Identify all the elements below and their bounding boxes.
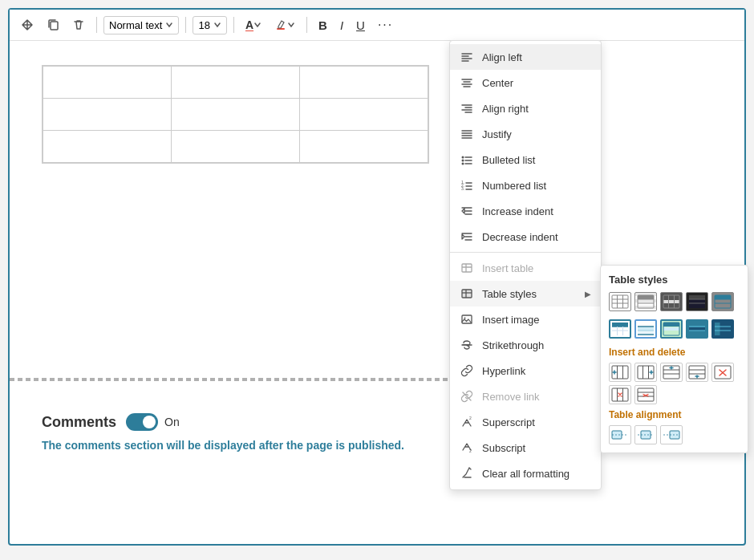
table-style-btn-2[interactable] bbox=[634, 292, 657, 311]
justify-label: Justify bbox=[482, 128, 591, 140]
font-style-dropdown[interactable]: Normal text bbox=[103, 16, 179, 34]
numbered-list-icon: 1.2.3. bbox=[460, 178, 474, 193]
menu-item-increase-indent[interactable]: Increase indent bbox=[450, 198, 601, 224]
center-label: Center bbox=[482, 77, 591, 89]
table-cell[interactable] bbox=[43, 131, 172, 163]
menu-item-table-styles[interactable]: Table styles ▶ bbox=[450, 281, 601, 306]
table-style-btn-5[interactable] bbox=[711, 292, 734, 311]
menu-item-bulleted-list[interactable]: Bulleted list bbox=[450, 147, 601, 172]
delete-row-btn[interactable] bbox=[634, 385, 657, 404]
table-cell[interactable] bbox=[300, 131, 428, 163]
justify-icon bbox=[460, 127, 474, 141]
italic-icon: I bbox=[340, 18, 343, 32]
subscript-icon: 2 bbox=[460, 440, 474, 455]
bullet-list-icon bbox=[460, 152, 474, 167]
move-button[interactable] bbox=[16, 15, 39, 34]
insert-col-left-btn[interactable] bbox=[609, 363, 631, 382]
strikethrough-icon bbox=[460, 338, 474, 352]
menu-item-hyperlink[interactable]: Hyperlink bbox=[450, 358, 601, 383]
svg-rect-72 bbox=[638, 388, 654, 401]
center-icon bbox=[460, 75, 474, 90]
table-cell[interactable] bbox=[172, 99, 300, 131]
comments-label: Comments bbox=[42, 414, 116, 431]
bulleted-list-label: Bulleted list bbox=[482, 154, 591, 166]
table-style-btn-8[interactable] bbox=[660, 319, 683, 339]
hyperlink-icon bbox=[460, 363, 474, 378]
delete-table-btn[interactable] bbox=[711, 363, 734, 382]
align-table-left-btn[interactable] bbox=[609, 425, 631, 444]
insert-table-icon bbox=[460, 261, 474, 275]
insert-row-below-btn[interactable] bbox=[686, 363, 708, 382]
svg-rect-0 bbox=[51, 22, 58, 30]
clear-formatting-icon bbox=[460, 466, 474, 481]
svg-rect-22 bbox=[663, 295, 679, 299]
menu-item-clear-formatting[interactable]: Clear all formatting bbox=[450, 461, 601, 486]
menu-item-superscript[interactable]: 2 Superscript bbox=[450, 409, 601, 435]
svg-rect-45 bbox=[663, 323, 679, 327]
svg-rect-46 bbox=[663, 327, 679, 331]
separator-2 bbox=[185, 17, 186, 33]
toggle-state-label: On bbox=[164, 416, 180, 428]
highlight-button[interactable] bbox=[270, 15, 300, 34]
menu-item-justify[interactable]: Justify bbox=[450, 121, 601, 147]
table-row bbox=[43, 99, 428, 131]
menu-item-decrease-indent[interactable]: Decrease indent bbox=[450, 224, 601, 250]
move-icon bbox=[21, 18, 34, 31]
menu-item-insert-image[interactable]: Insert image bbox=[450, 306, 601, 332]
more-button[interactable]: ··· bbox=[373, 14, 398, 35]
superscript-label: Superscript bbox=[482, 416, 591, 428]
text-color-chevron-icon bbox=[253, 21, 261, 29]
menu-item-subscript[interactable]: 2 Subscript bbox=[450, 435, 601, 461]
menu-item-center[interactable]: Center bbox=[450, 70, 601, 95]
svg-point-2 bbox=[462, 160, 464, 162]
table-style-btn-3[interactable] bbox=[660, 292, 683, 311]
increase-indent-label: Increase indent bbox=[482, 205, 591, 217]
table-cell[interactable] bbox=[300, 99, 428, 131]
copy-button[interactable] bbox=[42, 15, 64, 34]
table-align-title: Table alignment bbox=[609, 409, 740, 420]
delete-button[interactable] bbox=[67, 15, 90, 34]
table-style-btn-7[interactable] bbox=[634, 319, 657, 339]
menu-item-align-left[interactable]: Align left bbox=[450, 44, 601, 70]
insert-col-right-btn[interactable] bbox=[634, 363, 657, 382]
superscript-icon: 2 bbox=[460, 415, 474, 429]
text-color-button[interactable]: A bbox=[241, 15, 266, 34]
table-style-btn-4[interactable] bbox=[686, 292, 708, 311]
toggle-container: On bbox=[126, 413, 180, 431]
font-style-value: Normal text bbox=[109, 19, 162, 31]
separator-4 bbox=[306, 17, 307, 33]
menu-item-strikethrough[interactable]: Strikethrough bbox=[450, 332, 601, 358]
svg-rect-28 bbox=[689, 295, 705, 299]
toolbar: Normal text 18 A B I U bbox=[10, 10, 744, 41]
italic-button[interactable]: I bbox=[335, 15, 348, 35]
table-style-btn-6[interactable] bbox=[609, 319, 631, 339]
insert-image-icon bbox=[460, 312, 474, 327]
table-style-btn-1[interactable] bbox=[609, 292, 631, 311]
svg-rect-7 bbox=[462, 264, 472, 272]
table-cell[interactable] bbox=[172, 131, 300, 163]
underline-button[interactable]: U bbox=[351, 15, 370, 35]
table-cell[interactable] bbox=[300, 67, 428, 99]
menu-item-insert-table: Insert table bbox=[450, 255, 601, 281]
svg-rect-18 bbox=[638, 295, 654, 299]
bold-icon: B bbox=[318, 18, 327, 32]
menu-item-numbered-list[interactable]: 1.2.3. Numbered list bbox=[450, 172, 601, 198]
clear-formatting-label: Clear all formatting bbox=[482, 468, 591, 480]
svg-rect-40 bbox=[638, 327, 654, 331]
menu-item-align-right[interactable]: Align right bbox=[450, 95, 601, 121]
align-right-label: Align right bbox=[482, 103, 591, 115]
insert-row-above-btn[interactable] bbox=[660, 363, 683, 382]
align-table-right-btn[interactable] bbox=[660, 425, 683, 444]
table-cell[interactable] bbox=[43, 99, 172, 131]
submenu-title: Table styles bbox=[609, 274, 740, 286]
table-style-btn-10[interactable] bbox=[711, 319, 734, 339]
table-cell[interactable] bbox=[172, 67, 300, 99]
font-size-dropdown[interactable]: 18 bbox=[193, 16, 226, 34]
align-table-center-btn[interactable] bbox=[634, 425, 657, 444]
bold-button[interactable]: B bbox=[314, 15, 332, 35]
table-style-btn-9[interactable] bbox=[686, 319, 708, 339]
table-cell[interactable] bbox=[43, 67, 172, 99]
delete-col-btn[interactable] bbox=[609, 385, 631, 404]
svg-text:2: 2 bbox=[469, 416, 472, 420]
comments-toggle[interactable] bbox=[126, 413, 158, 431]
